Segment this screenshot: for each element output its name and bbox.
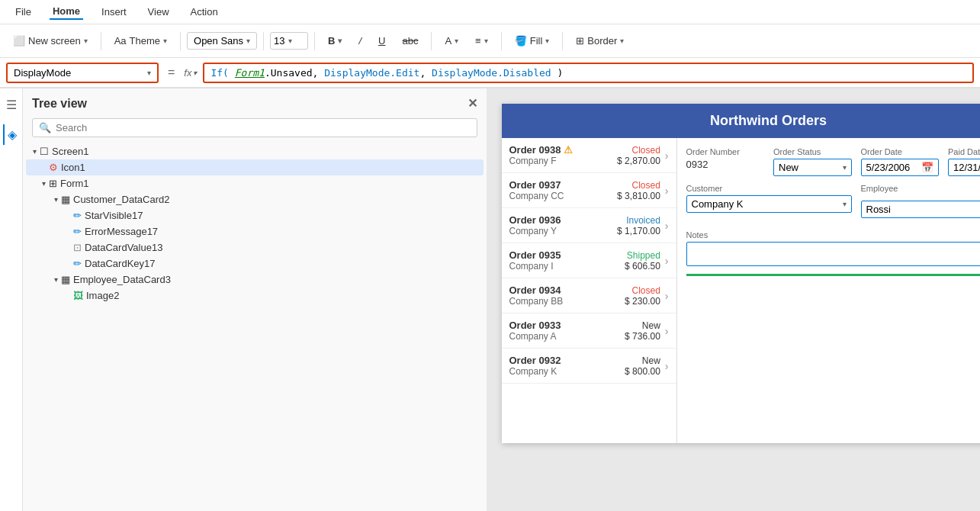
tree-item-customer-card[interactable]: ▾ ▦ Customer_DataCard2 [26,191,484,207]
order-right-0935: Shipped $ 606.50 [625,250,660,272]
order-right-0932: New $ 800.00 [625,355,660,377]
app-canvas: Northwind Orders Order 0938 ⚠ Company F [502,104,981,443]
order-number-value: 0932 [686,159,765,170]
tree-item-form1[interactable]: ▾ ⊞ Form1 [26,175,484,191]
theme-button[interactable]: Aa Theme ▾ [108,31,174,50]
border-icon: ⊞ [576,35,584,47]
bold-button[interactable]: B▾ [321,31,349,50]
employee-label: Employee [861,184,981,193]
calendar-icon-date[interactable]: 📅 [921,162,933,173]
notes-input[interactable] [686,242,981,266]
expand-icon-screen1[interactable]: ▾ [29,146,40,157]
expand-icon-form1[interactable]: ▾ [38,178,49,189]
edit-icon-dck: ✏ [73,258,82,269]
order-amount-0934: $ 230.00 [625,296,660,307]
chevron-down-icon-2: ▾ [163,37,167,45]
order-info-0935: Order 0935 Company I [509,249,625,272]
menu-view[interactable]: View [145,5,172,19]
formula-input[interactable]: If( Form1.Unsaved, DisplayMode.Edit, Dis… [203,63,974,83]
edit-icon-sv: ✏ [73,210,82,221]
underline-button[interactable]: U [371,31,392,50]
order-date-input[interactable]: 5/23/2006 📅 [861,159,940,176]
input-icon-dcv: ⊡ [73,242,82,253]
order-status-label: Order Status [773,147,852,156]
side-icons: ☰ ◈ [0,88,23,511]
order-date-field: Order Date 5/23/2006 📅 [861,147,940,176]
name-box[interactable]: DisplayMode ▾ [6,63,159,83]
card-icon-emp: ▦ [61,274,70,285]
border-button[interactable]: ⊞ Border ▾ [569,31,631,50]
order-info-0934: Order 0934 Company BB [509,284,625,307]
strikethrough-button[interactable]: abc [395,31,425,50]
tree-item-datacardkey[interactable]: ✏ DataCardKey17 [26,256,484,272]
font-color-button[interactable]: A▾ [438,31,465,50]
search-box[interactable]: 🔍 [32,118,477,137]
layers-icon[interactable]: ◈ [3,124,20,145]
order-status-0937: Closed [617,180,660,191]
order-right-0934: Closed $ 230.00 [625,285,660,307]
order-company-0936: Company Y [509,226,618,236]
order-status-0936: Invoiced [617,215,660,226]
order-row-0935[interactable]: Order 0935 Company I Shipped $ 606.50 › [502,243,676,278]
tree-item-screen1[interactable]: ▾ ☐ Screen1 [26,143,484,159]
new-screen-button[interactable]: ⬜ New screen ▾ [6,31,95,50]
chevron-right-icon-0938: › [665,149,669,162]
form-icon: ⊞ [49,178,57,189]
employee-select[interactable]: Rossi ▾ [861,201,981,218]
order-row-0938[interactable]: Order 0938 ⚠ Company F Closed $ 2,870.00… [502,138,676,173]
chevron-right-icon-0934: › [665,290,669,302]
close-icon[interactable]: ✕ [468,96,477,111]
menu-bar: File Home Insert View Action [0,0,980,24]
order-amount-0935: $ 606.50 [625,261,660,272]
menu-file[interactable]: File [12,5,34,19]
menu-action[interactable]: Action [188,5,221,19]
order-number-label: Order Number [686,147,765,156]
tree-view-title: Tree view [32,97,87,111]
font-size-dropdown[interactable]: 13 ▾ [270,32,308,50]
icon1-icon: ⚙ [49,162,58,173]
customer-select[interactable]: Company K ▾ [686,195,852,213]
order-status-select[interactable]: New ▾ [773,159,852,176]
hamburger-icon[interactable]: ☰ [3,95,20,115]
order-row-0934[interactable]: Order 0934 Company BB Closed $ 230.00 › [502,278,676,313]
theme-icon: Aa [114,35,127,47]
order-row-0933[interactable]: Order 0933 Company A New $ 736.00 › [502,313,676,349]
chevron-right-icon-0935: › [665,255,669,267]
menu-insert[interactable]: Insert [98,5,130,19]
tree-item-icon1[interactable]: ⚙ Icon1 [26,159,484,175]
formula-bar: DisplayMode ▾ = fx ▾ If( Form1.Unsaved, … [0,58,980,88]
chevron-down-icon-4: ▾ [288,37,292,45]
expand-icon-customer-card[interactable]: ▾ [50,194,61,205]
order-amount-0937: $ 3,810.00 [617,191,660,201]
order-right-0936: Invoiced $ 1,170.00 [617,215,660,236]
employee-field: Employee Rossi ▾ [861,184,981,223]
card-icon: ▦ [61,194,70,205]
tree-item-datacardvalue[interactable]: ⊡ DataCardValue13 [26,239,484,256]
detail-row-3: Notes [686,230,981,266]
tree-item-employee-card[interactable]: ▾ ▦ Employee_DataCard3 [26,272,484,288]
align-button[interactable]: ≡▾ [468,31,495,50]
chevron-down-icon-7: ▾ [484,37,488,45]
tree-item-image2[interactable]: 🖼 Image2 [26,288,484,304]
paid-date-input[interactable]: 12/31/2001 📅 [948,159,980,176]
order-row-0937[interactable]: Order 0937 Company CC Closed $ 3,810.00 … [502,173,676,208]
order-row-0932[interactable]: Order 0932 Company K New $ 800.00 › [502,349,676,384]
fx-button[interactable]: fx ▾ [184,67,197,79]
separator-5 [431,32,432,50]
menu-home[interactable]: Home [50,4,83,20]
tree-item-starvisible[interactable]: ✏ StarVisible17 [26,207,484,223]
italic-button[interactable]: / [352,31,368,50]
font-family-dropdown[interactable]: Open Sans ▾ [187,32,257,50]
order-row-0936[interactable]: Order 0936 Company Y Invoiced $ 1,170.00… [502,208,676,243]
search-input[interactable] [56,122,471,133]
toolbar: ⬜ New screen ▾ Aa Theme ▾ Open Sans ▾ 13… [0,24,980,58]
order-right-0933: New $ 736.00 [625,320,660,342]
order-detail: Order Number 0932 Order Status New ▾ Ord… [677,138,981,443]
expand-icon-emp-card[interactable]: ▾ [50,275,61,285]
fill-button[interactable]: 🪣 Fill ▾ [508,31,557,50]
tree-item-errormessage[interactable]: ✏ ErrorMessage17 [26,223,484,239]
order-company-0933: Company A [509,331,625,342]
paid-date-label: Paid Date [948,147,980,156]
separator-3 [263,32,264,50]
order-info-0936: Order 0936 Company Y [509,214,618,236]
